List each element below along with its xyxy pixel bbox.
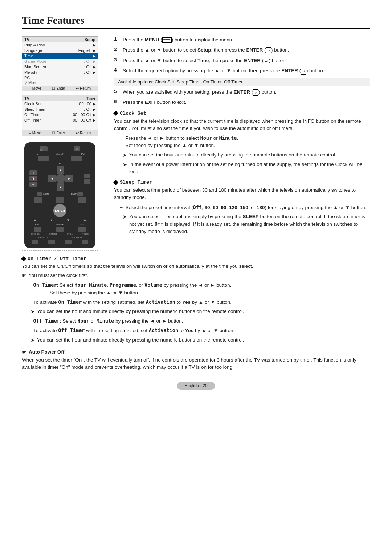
arrow-icon-3: ➤ [123, 213, 127, 236]
menu2-row-clockset: Clock Set00 : 00 ▶ [22, 101, 98, 107]
right-btn-1[interactable] [84, 174, 90, 178]
btn-3c[interactable] [78, 197, 86, 203]
diamond-icon [113, 111, 118, 116]
vol-up-button[interactable]: + [29, 170, 37, 175]
menu1-row-more: ▽ More [22, 80, 98, 86]
final-btn-4[interactable] [82, 240, 88, 244]
dpad-right[interactable]: ► [65, 175, 73, 182]
nav-up-icon: ▲ [50, 218, 53, 222]
sleep-timer-dash: – Select the preset time interval (Off, … [120, 204, 370, 211]
sq-btn-2[interactable] [56, 227, 64, 232]
menu2-header: TV Time [22, 95, 98, 101]
arrow-icon-4: ➤ [30, 308, 35, 315]
clock-set-dash1: – Press the ◄ or ► button to select Hour… [120, 134, 370, 150]
bottom-icon-row: FANS TV SOURCE [26, 236, 93, 239]
menu1-row-melody: Melody: Off ▶ [22, 70, 98, 75]
p-label: P [26, 162, 93, 165]
mix-label: MIX [80, 223, 85, 226]
on-timer-activate: To activate On Timer with the setting sa… [33, 298, 370, 306]
arrow-icon-5: ➤ [30, 336, 35, 344]
diamond-icon-3 [21, 256, 26, 261]
on-off-timer-desc: You can set the On/Off timers so that th… [22, 263, 370, 270]
arrow-icon-1: ➤ [123, 151, 127, 159]
mode-labels-row: P.MODE S.MODE STILL P.SIZE [26, 233, 93, 235]
clock-set-header: Clock Set [114, 111, 370, 116]
menu2-title-left: TV [24, 96, 29, 101]
right-column: 1 Press the MENU (≡≡≡) button to display… [114, 36, 370, 251]
remote-numeric-area [26, 156, 93, 161]
psize-label: P.SIZE [82, 233, 89, 235]
step-3-num: 3 [114, 57, 120, 62]
step-5-text: When you are satisfied with your setting… [123, 89, 370, 96]
menu1-row-plug: Plug & Play▶ [22, 42, 98, 48]
on-off-timer-section: On Timer / Off Timer You can set the On/… [22, 256, 370, 344]
remote-control: PRE-CH ⊙ TV SLEEP PC P [24, 142, 95, 248]
final-btn-3[interactable] [65, 240, 72, 244]
tv-menu-time: TV Time Clock Set00 : 00 ▶ Sleep Timer: … [22, 95, 98, 136]
on-timer-dash: – On Timer: Select Hour, Minute, Program… [28, 281, 370, 297]
dpad-up[interactable]: ▲ [57, 166, 64, 174]
sleep-timer-desc: You can select a time period of between … [114, 187, 370, 201]
pc-label: PC [81, 152, 85, 155]
step-1-num: 1 [114, 36, 120, 42]
clock-set-title: Clock Set [120, 111, 146, 116]
auto-power-off-title: Auto Power Off [29, 349, 64, 355]
step-2-text: Press the ▲ or ▼ button to select Setup,… [123, 46, 370, 54]
source-label: SOURCE [71, 236, 82, 239]
enter-button[interactable]: ENTER [53, 204, 66, 217]
right-buttons [84, 174, 90, 184]
exit-button[interactable] [77, 192, 83, 196]
on-timer-arrow-text: You can set the hour and minute directly… [37, 308, 244, 315]
step-6-num: 6 [114, 99, 120, 104]
nav-left-icon: ◄ [33, 218, 37, 222]
on-off-timer-title: On Timer / Off Timer [28, 256, 86, 261]
final-btn-2[interactable] [48, 240, 55, 244]
smode-label: S.MODE [49, 233, 58, 235]
right-btn-2[interactable] [84, 179, 90, 184]
sleep-label: SLEEP [56, 152, 64, 155]
btn-right-1[interactable] [71, 156, 82, 161]
final-btn-1[interactable] [32, 240, 38, 244]
step-4-text: Select the required option by pressing t… [123, 67, 370, 75]
sq-btn-1[interactable] [34, 227, 41, 232]
menu2-row-sleeptimer: Sleep Timer: Off ▶ [22, 107, 98, 112]
menu-button[interactable] [37, 192, 42, 196]
menu1-row-pc: PC [22, 75, 98, 80]
nav-right-icon: ► [83, 218, 87, 222]
clock-set-arrow1-text: You can set the hour and minute directly… [129, 151, 336, 159]
step-6: 6 Press the EXIT button to exit. [114, 99, 370, 106]
menu1-row-gamemode: Game Mode: Off ▶ [22, 59, 98, 64]
step-3-text: Press the ▲ or ▼ button to select Time, … [123, 57, 370, 65]
step-1: 1 Press the MENU (≡≡≡) button to display… [114, 36, 370, 44]
preoff-button[interactable]: ⊙ [74, 146, 80, 151]
enter-row: ENTER [26, 204, 93, 217]
dpad-down[interactable]: ▼ [57, 183, 64, 191]
footer-badge: English - 20 [177, 382, 215, 390]
dpad-left[interactable]: ◄ [48, 175, 56, 182]
pip-label: PIP [35, 223, 39, 226]
sq-btn-3[interactable] [78, 227, 86, 232]
on-off-timer-header: On Timer / Off Timer [22, 256, 370, 261]
menu1-title-left: TV [24, 37, 29, 42]
step-5-num: 5 [114, 89, 120, 94]
three-btn-row [26, 197, 93, 203]
btn-3a[interactable] [34, 197, 42, 203]
remote-container: PRE-CH ⊙ TV SLEEP PC P [22, 140, 98, 251]
vol-down-button[interactable]: − [29, 182, 37, 187]
mute-button[interactable]: 🔇 [29, 176, 37, 181]
btn-left-1[interactable] [38, 156, 49, 161]
prech-button[interactable]: PRE-CH [40, 146, 48, 151]
sleep-timer-title: Sleep Timer [120, 180, 152, 185]
left-column: TV Setup Plug & Play▶ Language: English … [22, 36, 105, 251]
tv-menu-setup: TV Setup Plug & Play▶ Language: English … [22, 36, 98, 91]
step-5: 5 When you are satisfied with your setti… [114, 89, 370, 96]
menu2-footer: ⬥ Move ☐ Enter ↩ Return [22, 130, 98, 136]
exit-label: EXIT [71, 192, 83, 196]
still-label: STILL [67, 233, 73, 235]
sleep-timer-header: Sleep Timer [114, 180, 370, 185]
info-label: INFO● [56, 223, 64, 226]
btn-3b[interactable] [56, 197, 64, 203]
square-btns-row [26, 227, 93, 232]
menu1-row-bluescreen: Blue Screen: Off ▶ [22, 64, 98, 70]
menu1-header: TV Setup [22, 37, 98, 42]
